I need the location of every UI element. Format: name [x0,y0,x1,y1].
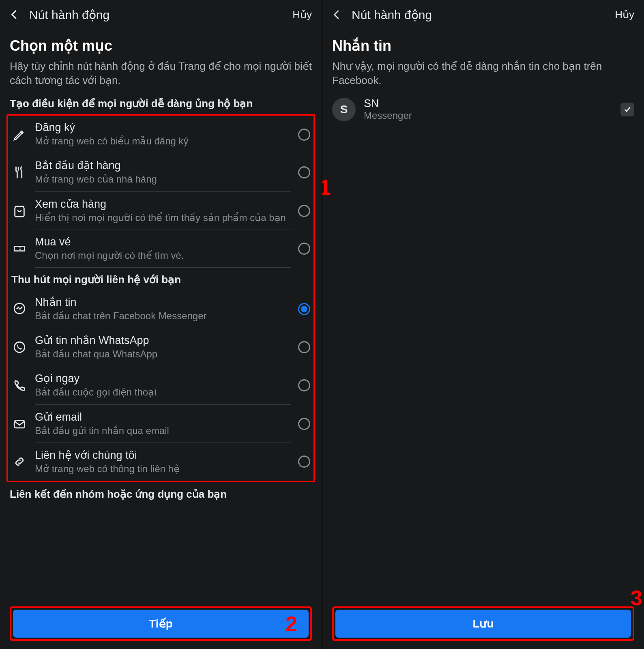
annotation-3: 3 [631,586,642,610]
option-title: Gửi email [35,410,291,423]
radio-button[interactable] [298,205,310,217]
save-button[interactable]: Lưu [335,610,631,638]
next-button-label: Tiếp [149,617,172,630]
option-title: Liên hệ với chúng tôi [35,449,291,462]
avatar: S [332,98,356,121]
option-desc: Mở trang web có thông tin liên hệ [35,462,291,475]
fork-knife-icon [11,164,28,181]
option-desc: Bắt đầu chat qua WhatsApp [35,348,291,360]
radio-button[interactable] [298,243,310,255]
option-desc: Chọn nơi mọi người có thể tìm vé. [35,249,291,262]
section-header-link-group: Liên kết đến nhóm hoặc ứng dụng của bạn [10,488,312,501]
option-signup[interactable]: Đăng ký Mở trang web có biểu mẫu đăng ký [8,116,313,153]
annotation-2: 2 [286,612,297,636]
option-send-message[interactable]: Nhắn tin Bắt đầu chat trên Facebook Mess… [8,290,313,328]
radio-button[interactable] [298,129,310,141]
option-whatsapp[interactable]: Gửi tin nhắn WhatsApp Bắt đầu chat qua W… [8,328,313,366]
messenger-icon [11,301,28,317]
footer: Lưu [322,602,644,649]
options-highlight-box: Đăng ký Mở trang web có biểu mẫu đăng ký… [6,114,315,482]
back-button[interactable] [7,7,22,22]
page-subtitle: Hãy tùy chỉnh nút hành động ở đầu Trang … [10,59,312,88]
radio-button[interactable] [298,379,310,391]
whatsapp-icon [11,339,28,355]
scroll-area: Chọn một mục Hãy tùy chỉnh nút hành động… [0,29,322,649]
option-desc: Bắt đầu cuộc gọi điện thoại [35,386,291,398]
phone-icon [11,377,28,393]
option-title: Nhắn tin [35,296,291,309]
option-desc: Hiển thị nơi mọi người có thể tìm thấy s… [35,211,291,224]
page-title: Chọn một mục [10,37,312,54]
checkbox-checked[interactable] [620,103,634,116]
next-button-highlight: Tiếp 2 [10,606,312,641]
account-name: SN [364,97,612,110]
option-desc: Bắt đầu gửi tin nhắn qua email [35,424,291,437]
option-start-order[interactable]: Bắt đầu đặt hàng Mở trang web của nhà hà… [8,153,313,191]
option-view-shop[interactable]: Xem cửa hàng Hiển thị nơi mọi người có t… [8,192,313,230]
save-button-highlight: Lưu [332,606,634,641]
left-panel: Nút hành động Hủy Chọn một mục Hãy tùy c… [0,0,322,649]
mail-icon [11,416,28,432]
radio-button[interactable] [298,456,310,468]
page-title: Nhắn tin [332,37,634,54]
topbar: Nút hành động Hủy [322,0,644,29]
section-header-support: Tạo điều kiện để mọi người dễ dàng ủng h… [10,97,312,110]
messenger-account-row[interactable]: S SN Messenger [332,97,634,121]
option-contact-us[interactable]: Liên hệ với chúng tôi Mở trang web có th… [8,443,313,481]
pencil-icon [11,127,28,143]
option-desc: Mở trang web của nhà hàng [35,173,291,185]
option-title: Bắt đầu đặt hàng [35,159,291,172]
annotation-1: 1 [322,175,331,200]
option-title: Mua vé [35,236,291,248]
option-call-now[interactable]: Gọi ngay Bắt đầu cuộc gọi điện thoại [8,366,313,404]
account-platform: Messenger [364,110,612,121]
option-desc: Mở trang web có biểu mẫu đăng ký [35,135,291,147]
option-buy-tickets[interactable]: Mua vé Chọn nơi mọi người có thể tìm vé. [8,230,313,268]
section-header-contact: Thu hút mọi người liên hệ với bạn [11,273,313,286]
cancel-button[interactable]: Hủy [292,9,312,21]
radio-button[interactable] [298,341,310,353]
option-title: Xem cửa hàng [35,198,291,211]
option-title: Đăng ký [35,121,291,134]
save-button-label: Lưu [472,617,494,630]
radio-button[interactable] [298,303,310,315]
footer: Tiếp 2 [0,602,322,649]
cancel-button[interactable]: Hủy [615,9,634,21]
option-title: Gửi tin nhắn WhatsApp [35,334,291,347]
svg-point-1 [14,342,25,352]
page-subtitle: Như vậy, mọi người có thể dễ dàng nhắn t… [332,59,634,88]
radio-button[interactable] [298,418,310,430]
option-title: Gọi ngay [35,372,291,385]
right-panel: Nút hành động Hủy Nhắn tin Như vậy, mọi … [322,0,644,649]
link-icon [11,453,28,470]
option-desc: Bắt đầu chat trên Facebook Messenger [35,309,291,322]
svg-rect-2 [14,420,25,428]
topbar: Nút hành động Hủy [0,0,322,29]
topbar-title: Nút hành động [29,8,285,22]
back-button[interactable] [330,7,344,22]
topbar-title: Nút hành động [352,8,608,22]
next-button[interactable]: Tiếp 2 [13,610,309,638]
shopping-bag-icon [11,203,28,219]
scroll-area: Nhắn tin Như vậy, mọi người có thể dễ dà… [322,29,644,649]
ticket-icon [11,241,28,257]
radio-button[interactable] [298,166,310,178]
option-send-email[interactable]: Gửi email Bắt đầu gửi tin nhắn qua email [8,405,313,443]
